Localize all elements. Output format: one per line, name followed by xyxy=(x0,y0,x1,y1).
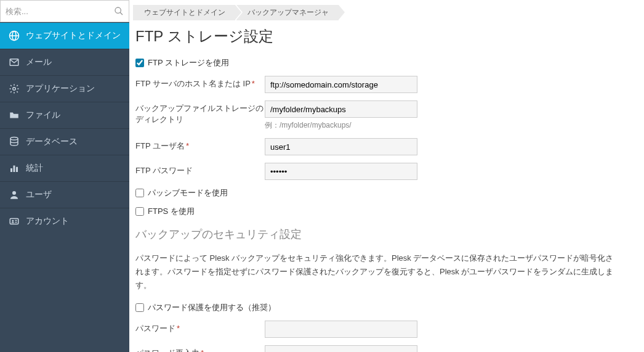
mail-icon xyxy=(9,57,20,68)
security-heading: バックアップのセキュリティ設定 xyxy=(129,221,644,247)
svg-line-1 xyxy=(120,12,123,15)
sidebar-item-databases[interactable]: データベース xyxy=(0,128,129,155)
search-input[interactable] xyxy=(6,7,114,16)
passive-mode-label[interactable]: パッシブモードを使用 xyxy=(148,187,228,199)
required-mark: * xyxy=(201,348,204,352)
security-description: パスワードによって Plesk バックアップをセキュリティ強化できます。Ples… xyxy=(129,247,622,298)
svg-rect-12 xyxy=(10,219,18,224)
required-mark: * xyxy=(186,141,189,150)
search-box xyxy=(0,0,129,22)
ftp-dir-label: バックアップファイルストレージのディレクトリ xyxy=(135,100,265,125)
sidebar-item-label: ウェブサイトとドメイン xyxy=(26,30,121,41)
sidebar-item-label: アカウント xyxy=(26,216,69,227)
sidebar-item-label: 統計 xyxy=(26,163,43,174)
backup-password-input[interactable] xyxy=(265,321,417,338)
sidebar-item-label: メール xyxy=(26,57,52,68)
svg-point-0 xyxy=(115,7,121,13)
ftp-user-input[interactable] xyxy=(265,138,417,155)
ftp-pass-input[interactable] xyxy=(265,163,417,180)
sidebar-item-users[interactable]: ユーザ xyxy=(0,181,129,208)
idcard-icon xyxy=(9,216,20,227)
ftp-host-input[interactable] xyxy=(265,76,417,93)
search-icon[interactable] xyxy=(114,6,124,16)
passive-mode-checkbox[interactable] xyxy=(135,189,144,197)
required-mark: * xyxy=(252,79,255,88)
stats-icon xyxy=(9,163,20,174)
globe-icon xyxy=(9,30,20,41)
ftp-user-label: FTP ユーザ名* xyxy=(135,138,265,152)
user-icon xyxy=(9,189,20,200)
use-ftps-label[interactable]: FTPS を使用 xyxy=(148,206,195,217)
sidebar-item-label: アプリケーション xyxy=(26,83,95,94)
breadcrumb-item[interactable]: ウェブサイトとドメイン xyxy=(133,5,235,20)
sidebar-item-label: ファイル xyxy=(26,110,60,121)
ftp-dir-hint: 例：/myfolder/mybackups/ xyxy=(265,120,417,131)
sidebar-item-applications[interactable]: アプリケーション xyxy=(0,75,129,102)
use-ftps-checkbox[interactable] xyxy=(135,207,144,216)
backup-password-label: パスワード* xyxy=(135,321,265,334)
main-content: ウェブサイトとドメイン バックアップマネージャ FTP ストレージ設定 FTP … xyxy=(129,0,644,352)
backup-password-confirm-input[interactable] xyxy=(265,345,417,352)
svg-rect-9 xyxy=(14,166,15,173)
gear-icon xyxy=(9,83,20,94)
breadcrumb-item[interactable]: バックアップマネージャ xyxy=(236,5,339,20)
page-title: FTP ストレージ設定 xyxy=(129,23,644,54)
svg-point-6 xyxy=(13,88,16,91)
breadcrumb: ウェブサイトとドメイン バックアップマネージャ xyxy=(129,5,644,20)
svg-point-7 xyxy=(10,137,18,141)
ftp-dir-input[interactable] xyxy=(265,100,417,118)
use-ftp-label[interactable]: FTP ストレージを使用 xyxy=(148,57,229,68)
folder-icon xyxy=(9,110,20,121)
password-protect-label[interactable]: パスワード保護を使用する（推奨） xyxy=(148,302,276,313)
ftp-pass-label: FTP パスワード xyxy=(135,163,265,176)
svg-point-13 xyxy=(12,220,14,222)
sidebar-item-account[interactable]: アカウント xyxy=(0,208,129,234)
sidebar-item-label: ユーザ xyxy=(26,189,52,200)
password-protect-checkbox[interactable] xyxy=(135,303,144,312)
sidebar-item-mail[interactable]: メール xyxy=(0,49,129,75)
backup-password-confirm-label: パスワード再入力* xyxy=(135,345,265,352)
sidebar-item-statistics[interactable]: 統計 xyxy=(0,155,129,181)
svg-rect-10 xyxy=(16,167,18,172)
sidebar-item-label: データベース xyxy=(26,136,78,147)
sidebar: ウェブサイトとドメイン メール アプリケーション ファイル データベース 統計 … xyxy=(0,0,129,352)
svg-rect-8 xyxy=(10,168,12,172)
ftp-host-label: FTP サーバのホスト名または IP* xyxy=(135,76,265,89)
database-icon xyxy=(9,136,20,147)
sidebar-item-websites-domains[interactable]: ウェブサイトとドメイン xyxy=(0,22,129,49)
sidebar-item-files[interactable]: ファイル xyxy=(0,102,129,128)
use-ftp-checkbox[interactable] xyxy=(135,59,144,67)
required-mark: * xyxy=(177,324,180,333)
svg-point-11 xyxy=(12,191,16,195)
